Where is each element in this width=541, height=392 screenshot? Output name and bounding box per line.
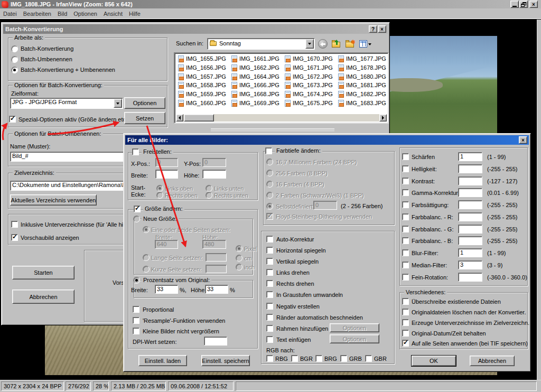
scrollbar-thumb[interactable] bbox=[184, 114, 214, 122]
ueberschreibe-checkbox[interactable] bbox=[402, 298, 409, 305]
optionen-button[interactable]: Optionen bbox=[124, 97, 165, 109]
menu-hilfe[interactable]: Hilfe bbox=[126, 10, 144, 18]
fab-abbrechen-button[interactable]: Abbrechen bbox=[470, 356, 515, 366]
file-item[interactable]: IMG_1674.JPG bbox=[293, 91, 333, 98]
minimize-button[interactable] bbox=[510, 1, 519, 8]
scroll-left-button[interactable] bbox=[176, 114, 183, 122]
aktuelles-verzeichnis-button[interactable]: Aktuelles Verzeichnis verwenden bbox=[10, 194, 97, 206]
rbg-checkbox[interactable] bbox=[266, 355, 273, 362]
brg-checkbox[interactable] bbox=[315, 355, 322, 362]
horizontal-scrollbar[interactable] bbox=[176, 114, 387, 122]
radio-batch-konvertierung[interactable] bbox=[11, 45, 18, 52]
datum-behalten-checkbox[interactable] bbox=[402, 330, 409, 337]
suchen-dropdown-button[interactable] bbox=[305, 39, 314, 49]
starten-button[interactable]: Starten bbox=[12, 266, 74, 279]
file-item[interactable]: IMG_1664.JPG bbox=[239, 73, 279, 80]
median-filter-input[interactable]: 3 bbox=[458, 260, 482, 269]
file-item[interactable]: IMG_1670.JPG bbox=[293, 55, 333, 62]
file-item[interactable]: IMG_1669.JPG bbox=[239, 100, 279, 107]
file-item[interactable]: IMG_1681.JPG bbox=[346, 82, 386, 89]
farbsaettigung-checkbox[interactable] bbox=[402, 201, 409, 208]
auto-korrektur-checkbox[interactable] bbox=[266, 236, 273, 242]
farbbalance-g-input[interactable] bbox=[458, 225, 482, 234]
file-item[interactable]: IMG_1672.JPG bbox=[293, 73, 333, 80]
ok-button[interactable]: OK bbox=[412, 356, 456, 366]
vertikal-spiegeln-checkbox[interactable] bbox=[266, 258, 273, 265]
groesse-aendern-checkbox[interactable] bbox=[134, 206, 141, 212]
prozentsatz-radio[interactable] bbox=[133, 277, 140, 284]
prozent-hoehe-input[interactable]: 33 bbox=[205, 285, 228, 294]
suchen-in-combobox[interactable]: Sonntag bbox=[207, 38, 315, 50]
helligkeit-checkbox[interactable] bbox=[402, 165, 409, 172]
file-list[interactable]: IMG_1655.JPG IMG_1656.JPG IMG_1657.JPG I… bbox=[174, 52, 389, 124]
fein-rotation-checkbox[interactable] bbox=[402, 274, 409, 281]
negativ-checkbox[interactable] bbox=[266, 303, 273, 310]
file-item[interactable]: IMG_1657.JPG bbox=[186, 73, 226, 80]
batch-help-button[interactable]: ? bbox=[369, 25, 377, 33]
farbtiefe-checkbox[interactable] bbox=[265, 147, 272, 154]
bgr-checkbox[interactable] bbox=[291, 355, 298, 362]
unterverzeichnisse-checkbox[interactable] bbox=[11, 221, 18, 228]
back-icon[interactable] bbox=[318, 39, 329, 49]
einstell-laden-button[interactable]: Einstell. laden bbox=[138, 355, 187, 366]
frei-hoehe-input[interactable] bbox=[202, 170, 226, 179]
farbbalance-b-checkbox[interactable] bbox=[402, 237, 409, 244]
farbbalance-g-checkbox[interactable] bbox=[402, 226, 409, 232]
menu-datei[interactable]: Datei bbox=[0, 10, 20, 18]
farbbalance-r-input[interactable] bbox=[458, 212, 482, 221]
median-filter-checkbox[interactable] bbox=[402, 262, 409, 268]
batch-dialog-titlebar[interactable]: Batch-Konvertierung ? × bbox=[3, 24, 388, 34]
erzeuge-unterverz-checkbox[interactable] bbox=[402, 319, 409, 326]
scroll-right-button[interactable] bbox=[379, 114, 387, 122]
rahmen-checkbox[interactable] bbox=[266, 325, 273, 332]
graustufen-checkbox[interactable] bbox=[266, 291, 273, 298]
gamma-input[interactable] bbox=[458, 188, 482, 197]
file-item[interactable]: IMG_1673.JPG bbox=[293, 82, 333, 89]
prozent-breite-input[interactable]: 33 bbox=[155, 285, 178, 294]
grb-checkbox[interactable] bbox=[340, 355, 347, 362]
text-einfuegen-checkbox[interactable] bbox=[266, 336, 273, 343]
file-item[interactable]: IMG_1675.JPG bbox=[293, 100, 333, 107]
batch-close-button[interactable]: × bbox=[378, 25, 386, 33]
farbbalance-b-input[interactable] bbox=[458, 236, 482, 245]
spezial-optionen-checkbox[interactable] bbox=[9, 116, 16, 123]
rechts-drehen-checkbox[interactable] bbox=[266, 280, 273, 287]
file-item[interactable]: IMG_1668.JPG bbox=[239, 91, 279, 98]
file-item[interactable]: IMG_1683.JPG bbox=[346, 100, 386, 107]
alle-seiten-checkbox[interactable] bbox=[402, 340, 409, 347]
vorschaubild-checkbox[interactable] bbox=[11, 234, 18, 241]
file-item[interactable]: IMG_1678.JPG bbox=[346, 64, 386, 71]
file-item[interactable]: IMG_1677.JPG bbox=[346, 55, 386, 62]
file-item[interactable]: IMG_1682.JPG bbox=[346, 91, 386, 98]
setzen-button[interactable]: Setzen bbox=[124, 112, 165, 124]
radio-batch-konv-umbenennen[interactable] bbox=[11, 67, 18, 73]
horizontal-spiegeln-checkbox[interactable] bbox=[266, 247, 273, 254]
menu-bearbeiten[interactable]: Bearbeiten bbox=[20, 10, 54, 18]
schaerfen-input[interactable]: 1 bbox=[458, 152, 482, 161]
file-item[interactable]: IMG_1659.JPG bbox=[186, 91, 226, 98]
einstell-speichern-button[interactable]: Einstell. speichern bbox=[201, 355, 250, 366]
farbbalance-r-checkbox[interactable] bbox=[402, 213, 409, 220]
fab-titlebar[interactable]: Für alle Bilder: × bbox=[125, 135, 529, 145]
links-drehen-checkbox[interactable] bbox=[266, 269, 273, 276]
file-item[interactable]: IMG_1658.JPG bbox=[186, 82, 226, 89]
file-item[interactable]: IMG_1662.JPG bbox=[239, 64, 279, 71]
resample-checkbox[interactable] bbox=[133, 317, 139, 324]
file-item[interactable]: IMG_1671.JPG bbox=[293, 64, 333, 71]
new-folder-icon[interactable]: ✱ bbox=[345, 39, 357, 50]
farbsaettigung-input[interactable] bbox=[458, 200, 482, 209]
zielformat-combobox[interactable]: JPG - JPG/JPEG Format bbox=[10, 98, 123, 109]
dpi-input[interactable] bbox=[204, 337, 227, 346]
schaerfen-checkbox[interactable] bbox=[402, 153, 409, 160]
helligkeit-input[interactable] bbox=[458, 164, 482, 173]
kleine-bilder-checkbox[interactable] bbox=[133, 328, 139, 334]
radio-batch-umbenennen[interactable] bbox=[11, 56, 18, 63]
kontrast-input[interactable] bbox=[458, 176, 482, 185]
file-item[interactable]: IMG_1655.JPG bbox=[186, 55, 226, 62]
zielformat-dropdown-button[interactable] bbox=[114, 99, 122, 108]
proportional-checkbox[interactable] bbox=[133, 306, 139, 313]
menu-ansicht[interactable]: Ansicht bbox=[100, 10, 126, 18]
up-folder-icon[interactable] bbox=[331, 39, 343, 50]
file-item[interactable]: IMG_1661.JPG bbox=[239, 55, 279, 62]
gamma-checkbox[interactable] bbox=[402, 189, 409, 196]
